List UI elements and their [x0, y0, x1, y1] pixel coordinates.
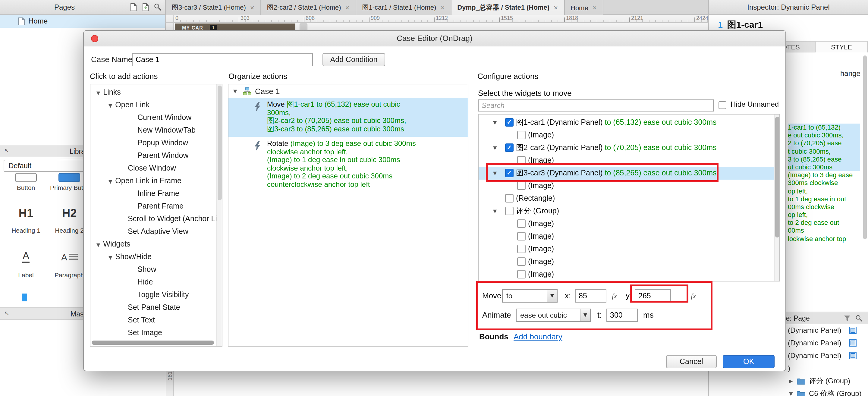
tab-close-icon[interactable]: ×: [250, 3, 254, 12]
ok-button[interactable]: OK: [723, 355, 775, 368]
widget-checkbox[interactable]: [517, 270, 526, 278]
action-tree-item[interactable]: Current Window: [90, 112, 216, 124]
action-tree-item[interactable]: Set Image: [90, 327, 216, 339]
tree-expand-icon[interactable]: ▼: [96, 242, 100, 248]
widget-checkbox[interactable]: [517, 257, 526, 266]
tree-expand-icon[interactable]: ▼: [233, 86, 237, 98]
library-widget[interactable]: H1Heading 1: [7, 201, 45, 234]
library-widget[interactable]: ALabel: [7, 244, 45, 278]
action-tree-item[interactable]: ▼Show/Hide: [90, 251, 216, 264]
duration-input[interactable]: [607, 309, 638, 322]
scrollbar-thumb[interactable]: [775, 117, 779, 238]
widget-tree-row[interactable]: (Rectangle): [478, 192, 774, 205]
widget-tree-row[interactable]: (Image): [478, 268, 774, 281]
widget-checkbox[interactable]: [505, 207, 514, 215]
action-tree-item[interactable]: Set Adaptive View: [90, 225, 216, 238]
fx-button[interactable]: fx: [612, 292, 617, 301]
action-tree-item[interactable]: ▼Open Link in Frame: [90, 175, 216, 187]
tab-close-icon[interactable]: ×: [440, 3, 444, 12]
widget-tree-row[interactable]: (Image): [478, 154, 774, 167]
widget-checkbox[interactable]: ✓: [505, 144, 514, 152]
widget-checkbox[interactable]: ✓: [505, 118, 514, 127]
widget-checkbox[interactable]: [517, 181, 526, 190]
interaction-description[interactable]: 1-car1 to (65,132)e out cubic 300ms,2 to…: [788, 124, 860, 243]
action-tree-item[interactable]: Popup Window: [90, 137, 216, 150]
widget-tree-row[interactable]: (Image): [478, 255, 774, 268]
tree-expand-icon[interactable]: ▼: [108, 103, 112, 109]
vertical-scrollbar[interactable]: [216, 84, 222, 346]
widget-checkbox[interactable]: [505, 194, 514, 203]
action-tree-item[interactable]: Hide: [90, 276, 216, 289]
action-tree-item[interactable]: Set Text: [90, 314, 216, 327]
inspector-scrollbar[interactable]: [863, 56, 867, 239]
widget-tree-row[interactable]: (Image): [478, 230, 774, 243]
widget-tree-row[interactable]: (Image): [478, 129, 774, 142]
tab-close-icon[interactable]: ×: [592, 3, 597, 12]
action-tree-item[interactable]: Show: [90, 264, 216, 276]
library-widget[interactable]: Primary Button: [50, 172, 89, 191]
vertical-scrollbar[interactable]: [774, 115, 779, 281]
scrollbar-thumb[interactable]: [218, 86, 222, 200]
tree-expand-icon[interactable]: ▼: [96, 90, 100, 96]
widget-tree-row[interactable]: ▼✓图2-car2 (Dynamic Panel) to (70,205) ea…: [478, 142, 774, 154]
widget-checkbox[interactable]: [517, 245, 526, 253]
fx-button[interactable]: fx: [691, 292, 696, 301]
tree-expand-icon[interactable]: ▼: [108, 179, 112, 184]
widget-tree-row[interactable]: (Image): [478, 243, 774, 255]
action-tree-item[interactable]: New Window/Tab: [90, 124, 216, 137]
editor-tab[interactable]: 图2-car2 / State1 (Home)×: [261, 0, 356, 15]
action-tree-item[interactable]: Set Panel State: [90, 301, 216, 314]
tree-expand-icon[interactable]: ▼: [789, 388, 793, 396]
widget-search-input[interactable]: [478, 99, 714, 112]
page-item-home[interactable]: Home: [0, 15, 165, 28]
new-page-icon[interactable]: [130, 3, 137, 11]
editor-tab[interactable]: 图1-car1 / State1 (Home)×: [356, 0, 452, 15]
widget-checkbox[interactable]: [517, 156, 526, 164]
widget-tree-row[interactable]: (Image): [478, 180, 774, 192]
search-icon[interactable]: [154, 3, 161, 11]
widget-checkbox[interactable]: ✓: [505, 169, 514, 177]
cancel-button[interactable]: Cancel: [666, 355, 717, 368]
case-name-input[interactable]: [132, 53, 313, 66]
action-tree-item[interactable]: Inline Frame: [90, 187, 216, 200]
action-tree-item[interactable]: ▼Open Link: [90, 99, 216, 112]
outline-search-icon[interactable]: [855, 315, 863, 324]
outline-row[interactable]: ▶评分 (Group): [709, 375, 868, 388]
action-tree-item[interactable]: Parent Frame: [90, 200, 216, 213]
animate-easing-dropdown[interactable]: ease out cubic ▼: [516, 309, 591, 322]
horizontal-scrollbar-thumb[interactable]: [92, 340, 214, 345]
widget-checkbox[interactable]: [517, 131, 526, 139]
widget-checkbox[interactable]: [517, 219, 526, 228]
tab-close-icon[interactable]: ×: [345, 3, 350, 12]
x-coordinate-input[interactable]: [575, 289, 607, 303]
library-widget[interactable]: Button: [7, 172, 45, 191]
outline-row[interactable]: ▼C6 价格 (Group): [709, 388, 868, 396]
widget-tree-row[interactable]: ▼评分 (Group): [478, 205, 774, 218]
y-coordinate-input[interactable]: [635, 289, 671, 303]
widget-tree-row[interactable]: (Image): [478, 218, 774, 230]
dialog-titlebar[interactable]: Case Editor (OnDrag): [84, 31, 785, 47]
case-tree-row[interactable]: ▼ Case 1: [228, 86, 468, 98]
add-condition-button[interactable]: Add Condition: [322, 53, 385, 66]
widget-tree-row[interactable]: ▼✓图1-car1 (Dynamic Panel) to (65,132) ea…: [478, 116, 774, 129]
action-tree-item[interactable]: Close Window: [90, 162, 216, 175]
move-type-dropdown[interactable]: to ▼: [502, 289, 558, 303]
tree-expand-icon[interactable]: ▼: [493, 142, 497, 154]
action-tree-item[interactable]: Parent Window: [90, 150, 216, 162]
add-boundary-link[interactable]: Add boundary: [514, 332, 562, 341]
hide-unnamed-checkbox[interactable]: [718, 101, 726, 109]
tree-expand-icon[interactable]: ▼: [493, 116, 497, 129]
editor-tab[interactable]: Home×: [564, 0, 603, 15]
action-tree-item[interactable]: ▼Widgets: [90, 238, 216, 251]
tree-expand-icon[interactable]: ▼: [108, 255, 112, 261]
library-widget[interactable]: H2Heading 2: [50, 201, 89, 234]
widget-checkbox[interactable]: [517, 232, 526, 241]
widget-tree-row[interactable]: ▼✓图3-car3 (Dynamic Panel) to (85,265) ea…: [478, 167, 774, 180]
action-tree-item[interactable]: ▼Links: [90, 86, 216, 99]
filter-funnel-icon[interactable]: [844, 315, 850, 324]
tree-expand-icon[interactable]: ▼: [493, 167, 497, 180]
organize-action-item[interactable]: Move 图1-car1 to (65,132) ease out cubic …: [228, 98, 468, 137]
action-tree-item[interactable]: Toggle Visibility: [90, 289, 216, 301]
tree-expand-icon[interactable]: ▶: [789, 375, 793, 388]
inspector-tab-style[interactable]: STYLE: [815, 41, 868, 53]
